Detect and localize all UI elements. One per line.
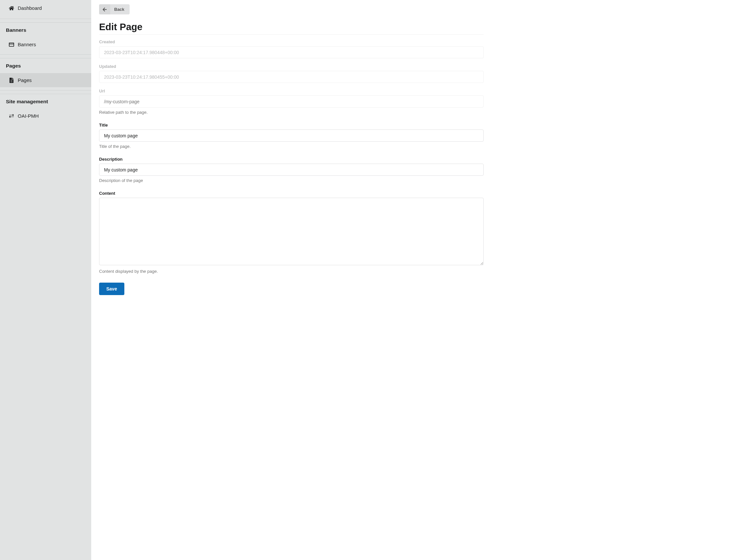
label-content: Content [99, 191, 484, 196]
field-title: Title Title of the page. [99, 123, 484, 149]
input-url [99, 95, 484, 108]
sidebar-section-pages: Pages [0, 58, 91, 73]
sidebar-section-banners: Banners [0, 22, 91, 37]
file-icon [8, 78, 15, 83]
exchange-icon [8, 114, 15, 118]
save-button[interactable]: Save [99, 283, 124, 295]
help-url: Relative path to the page. [99, 110, 484, 115]
field-description: Description Description of the page [99, 157, 484, 183]
input-created [99, 46, 484, 58]
back-button-label: Back [110, 4, 130, 14]
main-content: Back Edit Page Created Updated Url Relat… [91, 0, 492, 560]
label-description: Description [99, 157, 484, 162]
sidebar-item-label: Banners [18, 42, 36, 47]
help-title: Title of the page. [99, 144, 484, 149]
field-updated: Updated [99, 64, 484, 83]
sidebar-section-site-management: Site management [0, 94, 91, 109]
sidebar-item-banners[interactable]: Banners [0, 37, 91, 51]
input-title[interactable] [99, 130, 484, 142]
sidebar-item-pages[interactable]: Pages [0, 73, 91, 87]
textarea-content[interactable] [99, 198, 484, 265]
label-created: Created [99, 39, 484, 44]
field-url: Url Relative path to the page. [99, 89, 484, 115]
arrow-left-icon [99, 4, 110, 14]
back-button[interactable]: Back [99, 4, 130, 14]
input-updated [99, 71, 484, 83]
help-description: Description of the page [99, 178, 484, 183]
help-content: Content displayed by the page. [99, 269, 484, 274]
input-description[interactable] [99, 164, 484, 176]
field-created: Created [99, 39, 484, 58]
field-content: Content Content displayed by the page. [99, 191, 484, 274]
sidebar-item-label: OAI-PMH [18, 113, 39, 119]
label-title: Title [99, 123, 484, 128]
page-title: Edit Page [99, 22, 484, 35]
sidebar-item-oaipmh[interactable]: OAI-PMH [0, 109, 91, 123]
card-icon [8, 42, 15, 47]
sidebar-item-dashboard[interactable]: Dashboard [0, 1, 91, 15]
sidebar-item-label: Pages [18, 77, 32, 83]
home-icon [8, 6, 15, 11]
sidebar-item-label: Dashboard [18, 5, 42, 11]
label-updated: Updated [99, 64, 484, 69]
label-url: Url [99, 89, 484, 93]
sidebar: Dashboard Banners Banners Pages Pages Si… [0, 0, 91, 560]
